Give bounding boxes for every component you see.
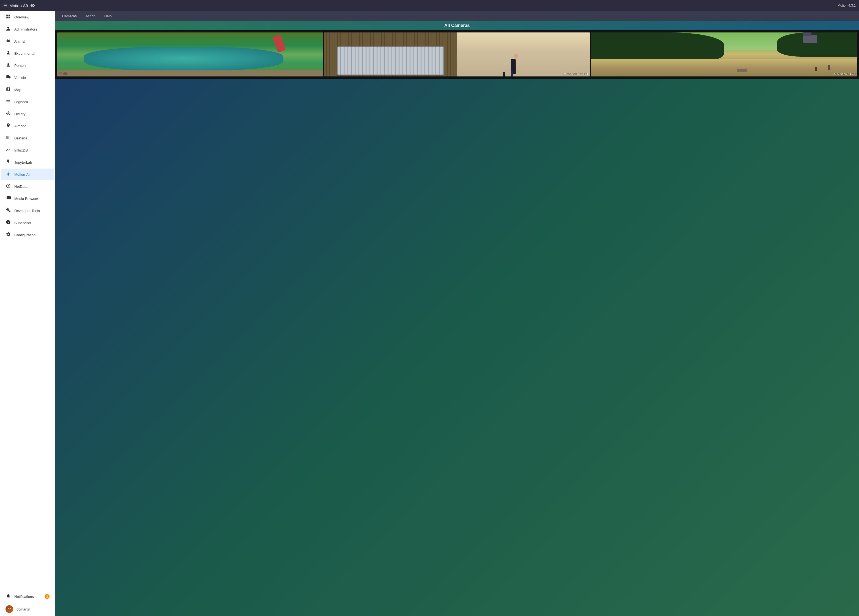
sidebar-item-label: Administrators [14,27,37,31]
sidebar-item-label: Supervisor [14,221,31,225]
netdata-icon [6,183,11,189]
main-layout: Overview Administrators Animal Experimen… [0,11,859,616]
sidebar-item-motionai[interactable]: Motion-AI [1,168,54,180]
slide-visual [272,34,286,53]
camera-feed-2 [324,33,590,76]
motionai-icon [6,172,11,177]
person-icon [6,62,11,69]
sidebar-item-logbook[interactable]: Logbook [1,96,54,108]
sidebar-item-label: Grafana [14,136,27,140]
almond-icon [6,123,11,129]
media-icon [6,195,11,201]
sidebar-item-label: Logbook [14,100,28,104]
sidebar-item-label: Developer Tools [14,209,40,213]
sidebar-item-label: Person [14,64,26,68]
sidebar-item-developer-tools[interactable]: Developer Tools [1,205,54,217]
nav-bar-left: Cameras Action Help [58,12,116,20]
sidebar-item-administrators[interactable]: Administrators [1,23,54,35]
influxdb-icon [6,147,11,153]
sidebar-item-influxdb[interactable]: InfluxDB [1,144,54,156]
sidebar-item-label: Experimental [14,51,35,56]
camera-3-timestamp: 2021-06-07 41:12 [833,72,855,75]
sidebar-item-label: Animal [14,39,25,44]
camera-thumb-1[interactable] [57,33,323,76]
app-version: Motion 4.3.1 [837,3,856,8]
sidebar-item-label: JupyterLab [14,160,32,164]
sidebar-item-label: Motion-AI [14,172,30,176]
sidebar-item-person[interactable]: Person [1,60,54,71]
notifications-label: Notifications [14,594,34,599]
camera-thumbnails: 2021-06-07 11:13:11 [55,30,859,79]
sidebar-item-label: InfluxDB [14,148,28,152]
sidebar-item-label: Almond [14,124,27,128]
cameras-header: All Cameras [55,21,859,30]
sidebar-item-grafana[interactable]: Grafana [1,132,54,144]
logbook-icon [6,99,11,105]
sidebar-item-user[interactable]: dc dcmartin [1,602,54,616]
eye-icon [30,3,35,8]
sidebar-item-experimental[interactable]: Experimental [1,48,54,59]
camera-thumb-3[interactable]: 2021-06-07 41:12 [591,33,857,76]
sidebar-item-label: Map [14,88,21,92]
cameras-title: All Cameras [444,23,470,28]
sidebar-item-label: Configuration [14,233,36,237]
nav-bar: Cameras Action Help [55,11,859,21]
sidebar-bottom: Notifications 2 dc dcmartin [0,589,55,616]
sidebar-item-netdata[interactable]: NetData [1,181,54,192]
admin-icon [6,26,11,32]
top-bar: ☰ Motion Ãô Motion 4.3.1 [0,0,859,11]
supervisor-icon [6,220,11,226]
sidebar-item-notifications[interactable]: Notifications 2 [1,591,54,602]
svg-point-0 [8,186,9,187]
grafana-icon [6,135,11,141]
history-icon [6,111,11,117]
hamburger-icon[interactable]: ☰ [3,3,7,8]
nav-action[interactable]: Action [82,12,99,20]
animal-icon [6,38,11,44]
camera-2-timestamp: 2021-06-07 11:13:11 [563,72,588,75]
sidebar-item-supervisor[interactable]: Supervisor [1,217,54,229]
jupyterlab-icon [6,159,11,165]
map-icon [6,87,11,93]
sidebar-item-animal[interactable]: Animal [1,36,54,47]
camera-feed-3 [591,33,857,76]
sidebar-item-label: Vehicle [14,76,26,80]
sidebar-item-history[interactable]: History [1,108,54,120]
pool-visual [84,47,283,71]
username-label: dcmartin [17,607,30,611]
sidebar-item-configuration[interactable]: Configuration [1,229,54,241]
sidebar-item-vehicle[interactable]: Vehicle [1,72,54,83]
sidebar-item-label: NetData [14,184,28,189]
camera-thumb-2[interactable]: 2021-06-07 11:13:11 [324,33,590,76]
camera-feed-1 [57,33,323,76]
sidebar-item-label: History [14,112,25,116]
experimental-icon [6,50,11,56]
sidebar-item-jupyterlab[interactable]: JupyterLab [1,156,54,168]
devtools-icon [6,207,11,214]
nav-help[interactable]: Help [100,12,116,20]
config-icon [6,232,11,238]
camera-grid-area: 2021-06-07 11:13:11 [55,30,859,616]
sidebar-item-media-browser[interactable]: Media Browser [1,193,54,204]
avatar: dc [6,605,13,613]
notification-badge: 2 [45,594,50,599]
sidebar-item-label: Media Browser [14,196,38,201]
bell-icon [6,593,11,599]
sidebar: Overview Administrators Animal Experimen… [0,11,55,616]
nav-cameras[interactable]: Cameras [58,12,81,20]
sidebar-item-label: Overview [14,15,29,19]
top-bar-left: ☰ Motion Ãô [3,3,35,8]
content-area: Cameras Action Help All Cameras [55,11,859,616]
app-title: Motion Ãô [9,3,28,8]
sidebar-item-map[interactable]: Map [1,84,54,95]
sidebar-item-overview[interactable]: Overview [1,11,54,23]
sidebar-item-almond[interactable]: Almond [1,120,54,132]
vehicle-icon [6,75,11,81]
grid-icon [6,14,11,20]
